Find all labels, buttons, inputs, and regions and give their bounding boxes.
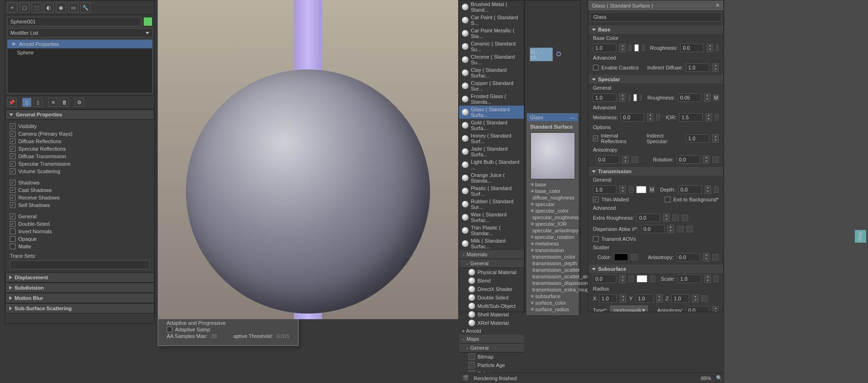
material-type-item[interactable]: DirectX Shader xyxy=(459,285,524,293)
indirect-spec-input[interactable] xyxy=(686,134,709,143)
tool-mode3[interactable]: ◉ xyxy=(56,2,66,13)
map-button[interactable] xyxy=(672,214,679,221)
material-item[interactable]: Car Paint Metallic ( Sta... xyxy=(459,27,524,40)
sub-color-swatch[interactable] xyxy=(637,275,647,283)
checkbox[interactable] xyxy=(10,229,15,234)
map-button[interactable] xyxy=(682,214,688,221)
sub-scale-input[interactable] xyxy=(678,275,701,283)
material-type-item[interactable]: Double Sided xyxy=(459,293,524,302)
trash-button[interactable]: 🗑 xyxy=(60,98,69,107)
adaptive-check[interactable] xyxy=(167,327,172,332)
node-port[interactable]: specular xyxy=(529,201,576,207)
object-name-input[interactable] xyxy=(7,17,141,26)
material-item[interactable]: Chrome ( Standard Su... xyxy=(459,53,524,66)
material-item[interactable]: Milk ( Standard Surfac... xyxy=(459,237,524,250)
base-color-swatch[interactable] xyxy=(634,44,639,52)
map-button[interactable] xyxy=(715,114,719,121)
base-weight-input[interactable] xyxy=(593,44,616,52)
radius-x[interactable] xyxy=(599,294,617,303)
map-type-item[interactable]: Bitmap xyxy=(459,352,524,361)
node-port[interactable]: transmission_scatter xyxy=(529,267,576,273)
scatter-color-swatch[interactable] xyxy=(614,253,628,261)
material-item[interactable]: Clay ( Standard Surfac... xyxy=(459,66,524,79)
make-unique-button[interactable]: ▯ xyxy=(33,98,43,107)
map-button[interactable] xyxy=(640,94,642,101)
node-port[interactable]: transmission_extra_roug... xyxy=(529,286,576,293)
material-item[interactable]: Honey ( Standard Surf... xyxy=(459,132,524,145)
node-port[interactable]: transmission_dispersion* xyxy=(529,280,576,286)
specular-section[interactable]: Specular xyxy=(588,75,723,84)
node-port[interactable]: specular_anisotropy xyxy=(529,227,576,234)
material-type-item[interactable]: Blend xyxy=(459,276,524,285)
material-item[interactable]: Car Paint ( Standard S... xyxy=(459,14,524,27)
tool-mode2[interactable]: ◐ xyxy=(44,2,54,13)
tool-util[interactable]: 🔧 xyxy=(80,2,91,13)
dispersion-input[interactable] xyxy=(641,225,665,233)
map-type-item[interactable]: Particle Age xyxy=(459,361,524,369)
modifier-item[interactable]: Sphere xyxy=(8,48,152,57)
checkbox[interactable] xyxy=(10,123,15,129)
material-item[interactable]: Gold ( Standard Surfa... xyxy=(459,119,524,132)
material-item[interactable]: Brushed Metal ( Stand... xyxy=(459,0,524,14)
node-port[interactable]: transmission_scatter_ani... xyxy=(529,273,576,280)
checkbox[interactable] xyxy=(10,138,15,144)
material-item[interactable]: Thin Plastic ( Standar... xyxy=(459,224,524,237)
modifier-item[interactable]: 👁 Arnold Properties xyxy=(8,40,152,48)
tool-mode1[interactable]: ⬚ xyxy=(31,2,42,13)
map-button[interactable] xyxy=(656,114,660,121)
maps-section[interactable]: - Maps xyxy=(459,335,524,344)
map-button[interactable] xyxy=(629,186,633,193)
base-section[interactable]: Base xyxy=(588,25,723,34)
thin-walled-check[interactable] xyxy=(593,197,599,202)
map-button[interactable] xyxy=(629,45,631,51)
map-button[interactable] xyxy=(714,276,719,282)
rollout-sub-surface-scattering[interactable]: Sub-Surface Scattering xyxy=(5,303,154,314)
remove-modifier-button[interactable]: ✕ xyxy=(48,98,58,107)
material-item[interactable]: Glass ( Standard Surfa... xyxy=(459,106,524,119)
trace-sets-input[interactable] xyxy=(10,260,150,269)
checkbox[interactable] xyxy=(10,169,15,174)
sub-weight-input[interactable] xyxy=(593,275,616,283)
material-item[interactable]: Rubber ( Standard Sur... xyxy=(459,198,524,211)
node-port[interactable]: subsurface xyxy=(529,293,576,299)
node-port[interactable]: specular_color xyxy=(529,207,576,214)
checkbox[interactable] xyxy=(10,202,15,208)
modifier-list-dropdown[interactable]: Modifier List xyxy=(7,28,153,38)
material-name-input[interactable] xyxy=(590,12,722,22)
pin-button[interactable]: 📌 xyxy=(7,98,16,107)
configure-button[interactable]: ⚙ xyxy=(75,98,84,107)
node-port[interactable]: transmission_depth xyxy=(529,260,576,267)
node-titlebar[interactable]: Glass— xyxy=(527,114,578,121)
general-section[interactable]: - General xyxy=(459,259,524,268)
transmit-aov-check[interactable] xyxy=(593,236,599,242)
map-button-m[interactable]: M xyxy=(714,94,719,101)
trans-weight-input[interactable] xyxy=(593,185,616,194)
caustics-check[interactable] xyxy=(593,65,599,70)
object-color-swatch[interactable] xyxy=(143,17,153,26)
map-button-m[interactable]: M xyxy=(649,186,654,193)
checkbox[interactable] xyxy=(10,146,15,152)
node-port[interactable]: specular_roughness xyxy=(529,214,576,221)
map-button[interactable] xyxy=(631,156,638,163)
checkbox[interactable] xyxy=(10,195,15,200)
tool-select[interactable]: ▢ xyxy=(19,2,30,13)
node-port[interactable]: transmission_color xyxy=(529,253,576,260)
material-item[interactable]: Orange Juice ( Standa... xyxy=(459,171,524,184)
map-button[interactable] xyxy=(712,156,719,163)
rollout-displacement[interactable]: Displacement xyxy=(5,272,154,283)
rollout-general-properties[interactable]: General Properties xyxy=(5,109,154,120)
show-end-result-button[interactable]: ▯ xyxy=(22,98,31,107)
node-port[interactable]: metalness xyxy=(529,240,576,247)
material-type-item[interactable]: Multi/Sub-Object xyxy=(459,302,524,310)
checkbox[interactable] xyxy=(10,131,15,137)
checkbox[interactable] xyxy=(10,161,15,167)
maps-general-section[interactable]: - General xyxy=(459,344,524,352)
modifier-stack[interactable]: 👁 Arnold Properties Sphere xyxy=(7,39,153,93)
checkbox[interactable] xyxy=(10,221,15,227)
scatter-aniso-input[interactable] xyxy=(676,253,700,261)
material-item[interactable]: Frosted Glass ( Standa... xyxy=(459,92,524,106)
node-port[interactable]: base xyxy=(529,181,576,188)
map-tab[interactable]: Map xyxy=(855,230,866,243)
collapse-icon[interactable]: — xyxy=(570,115,575,120)
material-item[interactable]: Jade ( Standard Surfa... xyxy=(459,145,524,158)
